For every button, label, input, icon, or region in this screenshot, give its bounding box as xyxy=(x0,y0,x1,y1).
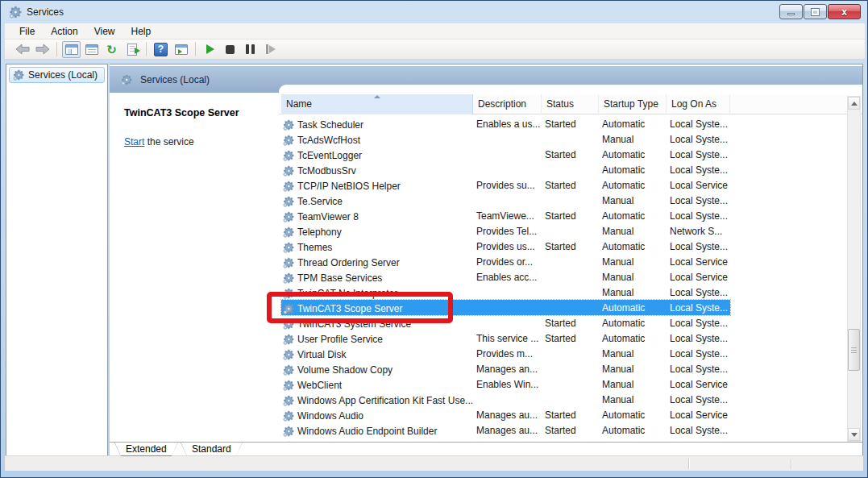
services-window: Services x FileActionViewHelp ↻ ? xyxy=(0,0,868,478)
table-row[interactable]: Virtual DiskProvides m...ManualLocal Sys… xyxy=(281,346,730,361)
cell-description xyxy=(473,285,542,300)
close-button[interactable]: x xyxy=(828,4,861,19)
cell-value: Enables a us... xyxy=(476,118,540,130)
tab-extended[interactable]: Extended xyxy=(114,443,178,456)
table-row[interactable]: TelephonyProvides Tel...ManualNetwork S.… xyxy=(281,223,730,239)
services-app-icon xyxy=(9,6,22,19)
cell-startup: Manual xyxy=(599,361,667,376)
title-bar[interactable]: Services x xyxy=(1,1,867,23)
menu-view[interactable]: View xyxy=(86,24,123,39)
service-name: Themes xyxy=(297,242,332,253)
cell-description: Enables a us... xyxy=(473,116,542,131)
table-row[interactable]: TPM Base ServicesEnables acc...ManualLoc… xyxy=(281,269,730,285)
table-row[interactable]: TcEventLoggerStartedAutomaticLocal Syste… xyxy=(281,147,730,162)
cell-startup: Automatic xyxy=(599,162,667,177)
restore-button[interactable] xyxy=(804,4,827,19)
minimize-button[interactable] xyxy=(779,4,803,19)
table-row[interactable]: Windows App Certification Kit Fast Use..… xyxy=(281,392,730,407)
menu-file[interactable]: File xyxy=(11,24,43,39)
cell-value: Started xyxy=(545,149,576,160)
cell-name: Task Scheduler xyxy=(281,116,473,131)
new-window-button[interactable] xyxy=(172,41,190,58)
cell-description xyxy=(473,131,542,147)
tree-item-services-local[interactable]: Services (Local) xyxy=(9,67,105,83)
table-row[interactable]: TwinCAT Nc InterpreterManualLocal Syste.… xyxy=(281,285,730,300)
restart-service-button[interactable] xyxy=(261,41,280,58)
table-row[interactable]: Task SchedulerEnables a us...StartedAuto… xyxy=(281,116,730,131)
service-name: TwinCAT3 System Service xyxy=(297,318,411,330)
table-row[interactable]: WebClientEnables Win...ManualLocal Servi… xyxy=(281,376,730,392)
back-arrow-icon xyxy=(15,44,30,55)
window-play-icon xyxy=(175,44,188,55)
forward-button[interactable] xyxy=(33,41,52,58)
menu-help[interactable]: Help xyxy=(123,24,160,39)
table-row[interactable]: TwinCAT3 System ServiceStartedAutomaticL… xyxy=(281,315,730,330)
start-service-link[interactable]: Start xyxy=(124,136,144,148)
table-row[interactable]: User Profile ServiceThis service ...Star… xyxy=(281,330,730,346)
service-gear-icon xyxy=(283,334,294,345)
cell-description: This service ... xyxy=(473,330,542,346)
cell-value: Local Syste... xyxy=(670,164,728,176)
scroll-down-button[interactable] xyxy=(848,428,860,441)
service-gear-icon xyxy=(283,119,294,131)
table-row[interactable]: ThemesProvides us...StartedAutomaticLoca… xyxy=(281,239,730,254)
cell-status: Started xyxy=(542,315,599,330)
table-row[interactable]: TCP/IP NetBIOS HelperProvides su...Start… xyxy=(281,177,730,193)
column-header-description[interactable]: Description xyxy=(473,94,542,114)
cell-value: Started xyxy=(545,118,576,130)
vertical-scrollbar[interactable] xyxy=(847,96,861,442)
cell-status: Started xyxy=(542,407,599,422)
menu-action[interactable]: Action xyxy=(43,24,85,39)
table-row[interactable]: Te.ServiceManualLocal Syste... xyxy=(281,193,730,208)
table-row[interactable]: TcAdsWcfHostManualLocal Syste... xyxy=(281,131,730,147)
cell-startup: Manual xyxy=(599,254,667,269)
stop-service-button[interactable] xyxy=(221,41,239,58)
table-row[interactable]: Windows Audio Endpoint BuilderManages au… xyxy=(281,422,730,438)
pause-service-button[interactable] xyxy=(241,41,260,58)
refresh-button[interactable]: ↻ xyxy=(102,41,121,58)
table-row[interactable]: TeamViewer 8TeamViewe...StartedAutomatic… xyxy=(281,208,730,223)
table-row[interactable]: TwinCAT3 Scope ServerAutomaticLocal Syst… xyxy=(281,300,730,315)
scroll-up-button[interactable] xyxy=(848,97,860,110)
cell-logon: Local Service xyxy=(667,177,730,193)
cell-startup: Automatic xyxy=(599,315,667,330)
column-header-label: Name xyxy=(286,98,312,110)
export-list-button[interactable] xyxy=(123,41,141,58)
cell-startup: Manual xyxy=(599,269,667,285)
cell-status xyxy=(542,193,599,208)
column-header-log-on-as[interactable]: Log On As xyxy=(667,94,730,114)
show-console-tree-button[interactable] xyxy=(62,41,81,58)
table-row[interactable]: Volume Shadow CopyManages an...ManualLoc… xyxy=(281,361,730,376)
start-service-button[interactable] xyxy=(201,41,219,58)
cell-value: Local Syste... xyxy=(670,210,728,222)
cell-logon: Local Service xyxy=(667,376,730,392)
cell-startup: Automatic xyxy=(599,177,667,193)
tab-standard[interactable]: Standard xyxy=(181,443,243,456)
scrollbar-thumb[interactable] xyxy=(848,329,860,371)
service-gear-icon xyxy=(283,257,294,268)
back-button[interactable] xyxy=(13,41,31,58)
cell-value: Local Syste... xyxy=(670,394,728,405)
cell-description: Manages an... xyxy=(473,361,542,376)
column-header-name[interactable]: Name xyxy=(281,94,473,114)
column-header-status[interactable]: Status xyxy=(542,94,599,114)
table-row[interactable]: TcModbusSrvAutomaticLocal Syste... xyxy=(281,162,730,177)
cell-value: Started xyxy=(545,409,576,421)
properties-button[interactable] xyxy=(82,41,101,58)
cell-status: Started xyxy=(542,147,599,162)
cell-status: Started xyxy=(542,422,599,438)
service-name: WebClient xyxy=(297,380,342,391)
stop-icon xyxy=(226,45,235,54)
cell-startup: Automatic xyxy=(599,330,667,346)
cell-name: TcEventLogger xyxy=(281,147,473,162)
cell-value: TeamViewe... xyxy=(476,210,534,222)
table-row[interactable]: Windows AudioManages au...StartedAutomat… xyxy=(281,407,730,422)
table-row[interactable]: Thread Ordering ServerProvides or...Manu… xyxy=(281,254,730,269)
cell-value: Automatic xyxy=(602,333,645,344)
scroll-up-icon xyxy=(851,102,858,106)
properties-icon xyxy=(85,44,98,55)
cell-value: Local Service xyxy=(670,379,728,390)
column-header-startup-type[interactable]: Startup Type xyxy=(599,94,667,114)
cell-status xyxy=(542,285,599,300)
help-button[interactable]: ? xyxy=(152,41,170,58)
